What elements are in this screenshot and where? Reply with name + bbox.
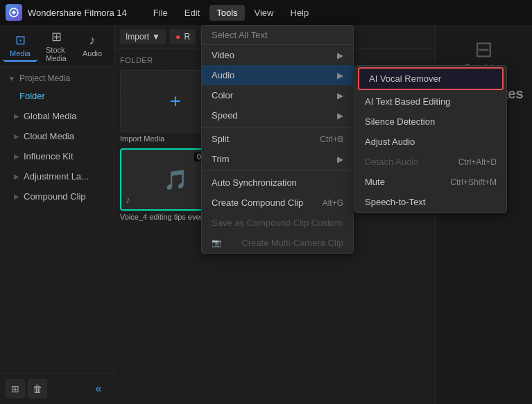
menu-bar: File Edit Tools View Help [146,5,316,21]
collapse-icon: « [96,383,102,395]
stock-icon: ⊞ [51,29,62,44]
menu-item-split[interactable]: Split Ctrl+B [202,129,353,149]
influence-kit-label: Influence Kit [24,151,74,161]
audio-item-mute[interactable]: Mute Ctrl+Shift+M [355,172,506,192]
audio-icon: ♪ [89,33,96,48]
tab-stock-media[interactable]: ⊞ Stock Media [39,26,74,65]
menu-view[interactable]: View [248,5,281,21]
speech-label: Speech-to-Text [365,197,425,207]
menu-item-trim[interactable]: Trim ▶ [202,149,353,169]
silence-label: Silence Detection [365,116,435,127]
adjust-audio-label: Adjust Audio [365,137,415,147]
menu-edit[interactable]: Edit [178,5,207,21]
tab-audio[interactable]: ♪ Audio [75,30,110,60]
adjustment-la-arrow: ▶ [14,173,19,180]
plus-icon: + [170,90,181,112]
text-editing-label: AI Text Based Editing [365,96,450,107]
cloud-media-arrow: ▶ [14,132,19,140]
voice-note-icon: ♪ [126,194,130,205]
menu-file[interactable]: File [146,5,175,21]
templates-icon: ⊟ [474,37,493,62]
color-arrow-icon: ▶ [337,91,343,100]
compound-label: Create Compound Clip [212,197,303,208]
voice-audio-icon: 🎵 [164,168,188,191]
tab-stock-label: Stock Media [46,46,67,62]
select-all-text-item[interactable]: Select All Text [202,26,353,45]
sidebar-item-influence-kit[interactable]: ▶ Influence Kit [0,146,114,166]
video-label: Video [212,50,234,60]
compound-clip-label: Compound Clip [24,191,86,202]
audio-item-detach[interactable]: Detach Audio Ctrl+Alt+D [355,152,506,172]
new-folder-button[interactable]: ⊞ [6,379,25,398]
global-media-label: Global Media [24,111,77,121]
menu-item-audio[interactable]: Audio ▶ AI Vocal Remover AI Text Based E… [202,65,353,85]
audio-item-adjust[interactable]: Adjust Audio [355,132,506,152]
vocal-remover-label: AI Vocal Remover [369,73,441,84]
record-icon: ● [175,32,180,42]
menu-item-save-compound: Save as Compound Clip Custom [202,213,353,233]
influence-kit-arrow: ▶ [14,152,19,160]
adjustment-la-label: Adjustment La... [24,171,89,182]
webcam-icon: 📷 [212,238,221,247]
titlebar: Wondershare Filmora 14 File Edit Tools V… [0,0,532,25]
app-name: Wondershare Filmora 14 [28,8,127,18]
speed-arrow-icon: ▶ [337,111,343,121]
delete-button[interactable]: 🗑 [28,379,47,398]
trim-label: Trim [212,154,230,164]
split-shortcut: Ctrl+B [320,134,343,144]
compound-shortcut: Alt+G [323,198,343,208]
sidebar-item-adjustment-la[interactable]: ▶ Adjustment La... [0,166,114,186]
audio-item-vocal-remover[interactable]: AI Vocal Remover [358,67,504,90]
audio-submenu[interactable]: AI Vocal Remover AI Text Based Editing S… [354,65,507,213]
sidebar-bottom: ⊞ 🗑 « [0,373,114,404]
sidebar-item-cloud-media[interactable]: ▶ Cloud Media [0,126,114,146]
audio-item-speech[interactable]: Speech-to-Text [355,192,506,212]
select-all-text-label: Select All Text [212,30,268,40]
folder-label: Folder [14,91,45,101]
import-button[interactable]: Import ▼ [120,29,166,44]
record-button[interactable]: ● R [170,29,196,44]
tools-menu[interactable]: Select All Text Video ▶ Audio ▶ AI Vocal… [201,25,354,254]
multi-camera-label: Create Multi-Camera Clip [241,238,343,248]
divider-1 [202,127,353,128]
menu-item-speed[interactable]: Speed ▶ [202,105,353,125]
global-media-arrow: ▶ [14,112,19,120]
delete-icon: 🗑 [33,383,42,394]
media-icon: ⊡ [15,33,26,48]
compound-clip-arrow: ▶ [14,193,19,200]
project-media-label: Project Media [19,73,70,83]
menu-item-video[interactable]: Video ▶ [202,45,353,65]
import-label: Import [126,32,149,42]
menu-item-auto-sync[interactable]: Auto Synchronization [202,173,353,193]
project-media-header: ▼ Project Media [0,67,114,86]
detach-label: Detach Audio [365,157,418,167]
menu-help[interactable]: Help [284,5,316,21]
detach-shortcut: Ctrl+Alt+D [458,157,497,167]
menu-tools[interactable]: Tools [209,5,244,21]
sidebar-item-folder[interactable]: Folder [0,86,114,106]
audio-menu-label: Audio [212,70,234,80]
color-label: Color [212,90,233,100]
new-folder-icon: ⊞ [11,383,19,394]
menu-item-compound[interactable]: Create Compound Clip Alt+G [202,193,353,213]
menu-item-color[interactable]: Color ▶ [202,85,353,105]
cloud-media-label: Cloud Media [24,131,74,141]
collapse-sidebar-button[interactable]: « [89,379,108,398]
tab-media[interactable]: ⊡ Media [3,30,37,62]
auto-sync-label: Auto Synchronization [212,177,297,188]
audio-item-silence[interactable]: Silence Detection [355,112,506,132]
video-arrow-icon: ▶ [337,51,343,60]
mute-label: Mute [365,177,385,187]
app-logo [6,4,22,21]
speed-label: Speed [212,110,238,121]
tab-audio-label: Audio [83,49,102,58]
sidebar: ⊡ Media ⊞ Stock Media ♪ Audio T Titles ✦… [0,25,114,404]
project-media-arrow: ▼ [8,75,15,82]
mute-shortcut: Ctrl+Shift+M [450,177,497,187]
sidebar-item-compound-clip[interactable]: ▶ Compound Clip [0,186,114,207]
divider-2 [202,170,353,171]
tab-media-label: Media [10,49,31,58]
menu-item-multi-camera: 📷 Create Multi-Camera Clip [202,233,353,253]
sidebar-item-global-media[interactable]: ▶ Global Media [0,106,114,126]
audio-item-text-editing[interactable]: AI Text Based Editing [355,91,506,112]
